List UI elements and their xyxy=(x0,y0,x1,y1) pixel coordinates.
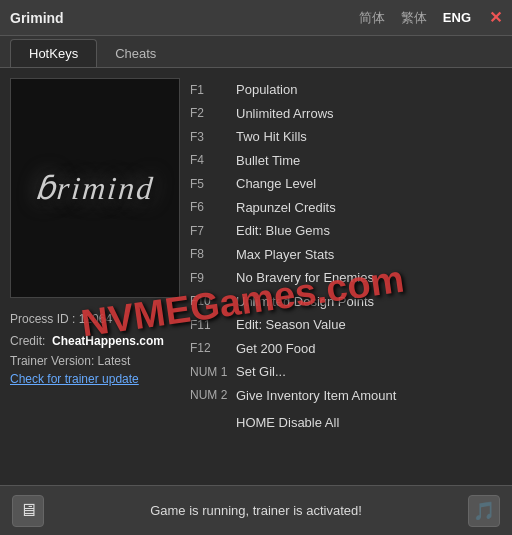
hotkey-description: Unlimited Design Points xyxy=(236,292,374,312)
status-bar: 🖥 Game is running, trainer is activated!… xyxy=(0,485,512,535)
hotkey-row: F1Population xyxy=(190,78,502,102)
hotkey-description: Get 200 Food xyxy=(236,339,316,359)
update-link[interactable]: Check for trainer update xyxy=(10,372,180,386)
main-content: ɓrimind Process ID : 12064 Credit: Cheat… xyxy=(0,68,512,438)
monitor-icon[interactable]: 🖥 xyxy=(12,495,44,527)
hotkey-key: F7 xyxy=(190,222,236,240)
trainer-version: Trainer Version: Latest xyxy=(10,354,180,368)
lang-traditional[interactable]: 繁体 xyxy=(397,7,431,29)
hotkey-row: F2Unlimited Arrows xyxy=(190,102,502,126)
music-icon[interactable]: 🎵 xyxy=(468,495,500,527)
hotkey-row: F9No Bravery for Enemies xyxy=(190,266,502,290)
hotkey-description: Two Hit Kills xyxy=(236,127,307,147)
game-image: ɓrimind xyxy=(10,78,180,298)
hotkey-row: F8Max Player Stats xyxy=(190,243,502,267)
hotkey-row: HOME Disable All xyxy=(190,411,502,435)
hotkeys-panel: F1PopulationF2Unlimited ArrowsF3Two Hit … xyxy=(190,68,512,438)
hotkeys-list: F1PopulationF2Unlimited ArrowsF3Two Hit … xyxy=(190,78,502,435)
language-selector: 简体 繁体 ENG ✕ xyxy=(355,7,502,29)
hotkey-key: F2 xyxy=(190,104,236,122)
hotkey-key: NUM 1 xyxy=(190,363,236,381)
left-panel: ɓrimind Process ID : 12064 Credit: Cheat… xyxy=(0,68,190,438)
hotkey-description: Unlimited Arrows xyxy=(236,104,334,124)
hotkey-description: Edit: Blue Gems xyxy=(236,221,330,241)
hotkey-row: NUM 1Set Gil... xyxy=(190,360,502,384)
tab-cheats[interactable]: Cheats xyxy=(97,40,174,67)
hotkey-row: F11Edit: Season Value xyxy=(190,313,502,337)
hotkey-row: NUM 2Give Inventory Item Amount xyxy=(190,384,502,408)
hotkey-row: F4Bullet Time xyxy=(190,149,502,173)
hotkey-key: F5 xyxy=(190,175,236,193)
hotkey-key: F8 xyxy=(190,245,236,263)
credit-row: Credit: CheatHappens.com xyxy=(10,334,180,348)
hotkey-row: F7Edit: Blue Gems xyxy=(190,219,502,243)
hotkey-description: Set Gil... xyxy=(236,362,286,382)
hotkey-key: F12 xyxy=(190,339,236,357)
hotkey-row: F5Change Level xyxy=(190,172,502,196)
hotkey-description: Change Level xyxy=(236,174,316,194)
hotkey-description: Give Inventory Item Amount xyxy=(236,386,396,406)
title-bar: Grimind 简体 繁体 ENG ✕ xyxy=(0,0,512,36)
hotkey-key: F1 xyxy=(190,81,236,99)
hotkey-row: F12Get 200 Food xyxy=(190,337,502,361)
hotkey-key: F4 xyxy=(190,151,236,169)
hotkey-row: F6Rapunzel Credits xyxy=(190,196,502,220)
hotkey-description: No Bravery for Enemies xyxy=(236,268,374,288)
status-message: Game is running, trainer is activated! xyxy=(54,503,458,518)
hotkey-description: HOME Disable All xyxy=(236,413,339,433)
process-id: Process ID : 12064 xyxy=(10,312,180,326)
credit-label-text: Credit: xyxy=(10,334,45,348)
hotkey-key: F10 xyxy=(190,292,236,310)
hotkey-description: Bullet Time xyxy=(236,151,300,171)
lang-simplified[interactable]: 简体 xyxy=(355,7,389,29)
tab-hotkeys[interactable]: HotKeys xyxy=(10,39,97,67)
close-button[interactable]: ✕ xyxy=(489,8,502,27)
process-section: Process ID : 12064 Credit: CheatHappens.… xyxy=(10,312,180,386)
credit-value: CheatHappens.com xyxy=(52,334,164,348)
tab-bar: HotKeys Cheats xyxy=(0,36,512,68)
lang-english[interactable]: ENG xyxy=(439,8,475,27)
hotkey-description: Rapunzel Credits xyxy=(236,198,336,218)
app-title: Grimind xyxy=(10,10,355,26)
hotkey-key: F9 xyxy=(190,269,236,287)
hotkey-description: Edit: Season Value xyxy=(236,315,346,335)
hotkey-key: F11 xyxy=(190,316,236,334)
hotkey-key: F3 xyxy=(190,128,236,146)
hotkey-key: NUM 2 xyxy=(190,386,236,404)
hotkey-description: Max Player Stats xyxy=(236,245,334,265)
game-art-title: ɓrimind xyxy=(23,159,167,217)
hotkey-description: Population xyxy=(236,80,297,100)
hotkey-key: F6 xyxy=(190,198,236,216)
hotkey-row: F10Unlimited Design Points xyxy=(190,290,502,314)
hotkey-row: F3Two Hit Kills xyxy=(190,125,502,149)
